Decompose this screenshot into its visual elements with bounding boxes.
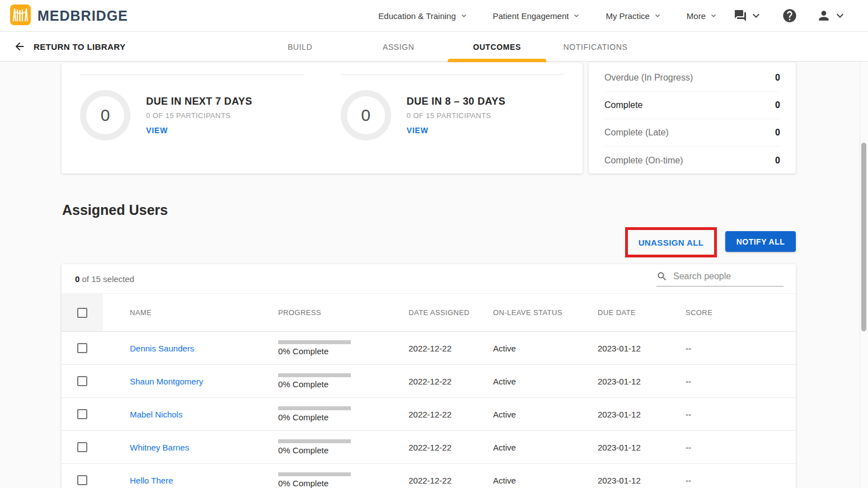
progress-cell: 0% Complete — [278, 406, 409, 422]
user-name-link[interactable]: Shaun Montgomery — [130, 377, 203, 386]
row-checkbox[interactable] — [77, 343, 87, 353]
stat-value: 0 — [775, 100, 780, 110]
due-summary-card: 0 DUE IN NEXT 7 DAYS 0 OF 15 PARTICIPANT… — [62, 63, 583, 173]
help-button[interactable] — [782, 8, 797, 24]
stat-value: 0 — [775, 73, 780, 83]
progress-bar — [278, 373, 351, 377]
due-8-30-days-title: DUE IN 8 – 30 DAYS — [407, 96, 506, 107]
due-next-7-days-section: 0 DUE IN NEXT 7 DAYS 0 OF 15 PARTICIPANT… — [62, 63, 322, 173]
chevron-down-icon — [653, 11, 662, 20]
due-date-cell: 2023-01-12 — [598, 344, 686, 353]
select-all-checkbox[interactable] — [77, 308, 87, 318]
user-name-link[interactable]: Whitney Barnes — [130, 443, 189, 452]
stat-value: 0 — [775, 128, 780, 138]
annotation-highlight-box: UNASSIGN ALL — [625, 227, 717, 257]
nav-label: Education & Training — [378, 11, 456, 21]
stat-complete-on-time: Complete (On-time) 0 — [604, 147, 780, 174]
vertical-scrollbar-thumb[interactable] — [861, 143, 866, 331]
column-header-due-date: DUE DATE — [598, 308, 686, 317]
row-checkbox[interactable] — [77, 475, 87, 485]
score-cell: -- — [686, 410, 796, 419]
user-name-link[interactable]: Hello There — [130, 476, 173, 485]
row-checkbox[interactable] — [77, 409, 87, 419]
progress-label: 0% Complete — [278, 412, 409, 422]
due-8-30-days-view-link[interactable]: VIEW — [407, 126, 506, 135]
column-header-progress: PROGRESS — [278, 308, 409, 317]
row-checkbox[interactable] — [77, 376, 87, 386]
stat-label: Complete — [604, 100, 642, 110]
table-row: Mabel Nichols 0% Complete 2022-12-22 Act… — [62, 398, 796, 431]
user-name-link[interactable]: Dennis Saunders — [130, 344, 194, 353]
stat-complete: Complete 0 — [604, 92, 780, 119]
stat-label: Overdue (In Progress) — [604, 73, 693, 83]
row-checkbox[interactable] — [77, 442, 87, 452]
tab-notifications[interactable]: NOTIFICATIONS — [546, 32, 645, 62]
progress-label: 0% Complete — [278, 346, 409, 356]
due-date-cell: 2023-01-12 — [598, 377, 686, 386]
due-8-30-days-subtitle: 0 OF 15 PARTICIPANTS — [407, 111, 506, 120]
search-people-box — [656, 271, 783, 287]
select-all-cell — [62, 294, 103, 331]
due-date-cell: 2023-01-12 — [598, 410, 686, 419]
stat-overdue-in-progress: Overdue (In Progress) 0 — [604, 64, 780, 92]
medbridge-logo-icon — [10, 4, 31, 27]
score-cell: -- — [686, 377, 796, 386]
tab-outcomes[interactable]: OUTCOMES — [448, 32, 546, 62]
tab-assign[interactable]: ASSIGN — [349, 32, 448, 62]
column-header-date-assigned: DATE ASSIGNED — [409, 308, 493, 317]
nav-label: My Practice — [606, 11, 649, 21]
nav-patient-engagement[interactable]: Patient Engagement — [493, 11, 581, 21]
search-icon — [656, 271, 668, 282]
top-nav: MEDBRIDGE Education & Training Patient E… — [0, 0, 868, 32]
progress-label: 0% Complete — [278, 478, 409, 488]
progress-cell: 0% Complete — [278, 373, 409, 389]
on-leave-status-cell: Active — [493, 476, 598, 485]
progress-cell: 0% Complete — [278, 439, 409, 455]
due-date-cell: 2023-01-12 — [598, 443, 686, 452]
table-header-row: NAME PROGRESS DATE ASSIGNED ON-LEAVE STA… — [62, 294, 796, 332]
column-header-on-leave-status: ON-LEAVE STATUS — [493, 308, 598, 317]
nav-label: More — [687, 11, 706, 21]
notify-all-button[interactable]: NOTIFY ALL — [725, 231, 796, 252]
unassign-all-button[interactable]: UNASSIGN ALL — [639, 238, 704, 247]
chevron-down-icon — [459, 11, 468, 20]
date-assigned-cell: 2022-12-22 — [409, 344, 493, 353]
account-icon — [817, 8, 831, 23]
on-leave-status-cell: Active — [493, 443, 598, 452]
progress-label: 0% Complete — [278, 379, 409, 389]
return-to-library-label: RETURN TO LIBRARY — [34, 42, 125, 51]
nav-more[interactable]: More — [687, 11, 718, 21]
nav-education-training[interactable]: Education & Training — [378, 11, 468, 21]
user-name-link[interactable]: Mabel Nichols — [130, 410, 182, 419]
account-menu-button[interactable] — [817, 8, 847, 23]
stat-label: Complete (On-time) — [604, 156, 683, 166]
column-header-score: SCORE — [686, 308, 796, 317]
tab-build[interactable]: BUILD — [251, 32, 349, 62]
due-7-days-view-link[interactable]: VIEW — [146, 126, 252, 135]
stat-complete-late: Complete (Late) 0 — [604, 119, 780, 147]
due-date-cell: 2023-01-12 — [598, 476, 686, 485]
selected-count-text: 0 of 15 selected — [75, 274, 134, 284]
nav-my-practice[interactable]: My Practice — [606, 11, 661, 21]
search-people-input[interactable] — [673, 271, 783, 281]
messages-menu-button[interactable] — [734, 9, 763, 22]
progress-bar — [278, 439, 351, 443]
table-row: Whitney Barnes 0% Complete 2022-12-22 Ac… — [62, 431, 796, 464]
stat-value: 0 — [775, 156, 780, 166]
row-checkbox-cell — [62, 332, 103, 364]
progress-cell: 0% Complete — [278, 340, 409, 356]
messages-icon — [734, 9, 747, 22]
selected-suffix: of 15 selected — [79, 274, 134, 284]
progress-cell: 0% Complete — [278, 472, 409, 488]
return-to-library-button[interactable]: RETURN TO LIBRARY — [0, 40, 125, 53]
on-leave-status-cell: Active — [493, 410, 598, 419]
assigned-users-heading: Assigned Users — [62, 202, 168, 218]
row-checkbox-cell — [62, 431, 103, 463]
vertical-scrollbar-track[interactable] — [860, 62, 868, 488]
date-assigned-cell: 2022-12-22 — [409, 410, 493, 419]
table-row: Shaun Montgomery 0% Complete 2022-12-22 … — [62, 365, 796, 398]
medbridge-logo[interactable]: MEDBRIDGE — [10, 4, 128, 27]
back-arrow-icon — [13, 40, 26, 53]
on-leave-status-cell: Active — [493, 377, 598, 386]
row-checkbox-cell — [62, 365, 103, 397]
